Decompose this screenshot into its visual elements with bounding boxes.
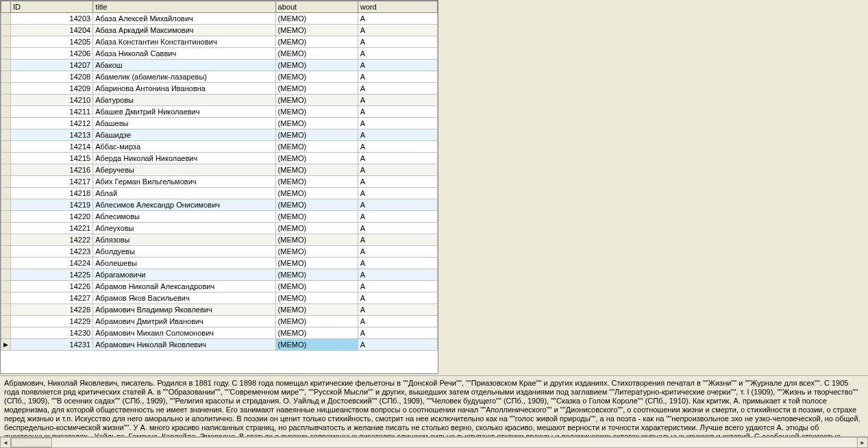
cell-title[interactable]: Абатуровы xyxy=(93,95,275,106)
cell-about[interactable]: (MEMO) xyxy=(275,153,358,164)
cell-about[interactable]: (MEMO) xyxy=(275,164,358,176)
col-header-title[interactable]: title xyxy=(93,1,275,13)
row-indicator[interactable] xyxy=(1,106,11,118)
cell-id[interactable]: 14204 xyxy=(11,25,93,36)
cell-word[interactable]: А xyxy=(358,36,437,48)
detail-hscrollbar[interactable]: ◄ ► xyxy=(0,436,868,448)
cell-about[interactable]: (MEMO) xyxy=(275,316,358,327)
cell-about[interactable]: (MEMO) xyxy=(275,188,358,199)
cell-title[interactable]: Абаза Аркадий Максимович xyxy=(93,25,275,36)
cell-about[interactable]: (MEMO) xyxy=(275,258,358,269)
cell-id[interactable]: 14219 xyxy=(11,199,93,211)
row-indicator[interactable] xyxy=(1,281,11,293)
cell-title[interactable]: Аболешевы xyxy=(93,258,275,269)
cell-about[interactable]: (MEMO) xyxy=(275,36,358,48)
table-row[interactable]: 14203Абаза Алексей Михайлович(MEMO)А xyxy=(1,13,438,25)
cell-id[interactable]: 14221 xyxy=(11,223,93,234)
cell-id[interactable]: 14212 xyxy=(11,118,93,129)
cell-id[interactable]: 14231 xyxy=(11,339,93,351)
cell-id[interactable]: 14229 xyxy=(11,316,93,327)
cell-title[interactable]: Абашев Дмитрий Николаевич xyxy=(93,106,275,118)
cell-title[interactable]: Аберда Николай Николаевич xyxy=(93,153,275,164)
cell-id[interactable]: 14226 xyxy=(11,281,93,293)
cell-word[interactable]: А xyxy=(358,71,437,83)
cell-title[interactable]: Аблай xyxy=(93,188,275,199)
table-row[interactable]: 14221Аблеуховы(MEMO)А xyxy=(1,223,438,234)
row-indicator[interactable] xyxy=(1,211,11,223)
cell-word[interactable]: А xyxy=(358,327,437,339)
cell-word[interactable]: А xyxy=(358,13,437,25)
cell-id[interactable]: 14211 xyxy=(11,106,93,118)
cell-id[interactable]: 14205 xyxy=(11,36,93,48)
cell-title[interactable]: Абрамов Яков Васильевич xyxy=(93,293,275,304)
cell-word[interactable]: А xyxy=(358,316,437,327)
cell-title[interactable]: Абашидзе xyxy=(93,129,275,141)
cell-about[interactable]: (MEMO) xyxy=(275,118,358,129)
cell-id[interactable]: 14216 xyxy=(11,164,93,176)
cell-id[interactable]: 14206 xyxy=(11,48,93,60)
cell-title[interactable]: Аболдуевы xyxy=(93,246,275,258)
row-indicator[interactable] xyxy=(1,327,11,339)
detail-memo-text[interactable]: Абрамович, Николай Яковлевич, писатель. … xyxy=(0,376,868,439)
row-indicator[interactable] xyxy=(1,164,11,176)
table-row[interactable]: 14204Абаза Аркадий Максимович(MEMO)А xyxy=(1,25,438,36)
cell-about[interactable]: (MEMO) xyxy=(275,13,358,25)
table-row[interactable]: 14213Абашидзе(MEMO)А xyxy=(1,129,438,141)
cell-title[interactable]: Аббас-мирза xyxy=(93,141,275,153)
cell-id[interactable]: 14203 xyxy=(11,13,93,25)
cell-id[interactable]: 14209 xyxy=(11,83,93,95)
row-indicator[interactable] xyxy=(1,13,11,25)
cell-about[interactable]: (MEMO) xyxy=(275,141,358,153)
table-row[interactable]: 14227Абрамов Яков Васильевич(MEMO)А xyxy=(1,293,438,304)
cell-id[interactable]: 14207 xyxy=(11,60,93,71)
cell-title[interactable]: Абрамович Николай Яковлевич xyxy=(93,339,275,351)
cell-about[interactable]: (MEMO) xyxy=(275,339,358,351)
table-row[interactable]: 14220Аблесимовы(MEMO)А xyxy=(1,211,438,223)
row-indicator[interactable] xyxy=(1,293,11,304)
cell-about[interactable]: (MEMO) xyxy=(275,304,358,316)
row-indicator[interactable]: ▶ xyxy=(1,339,11,351)
row-indicator[interactable] xyxy=(1,223,11,234)
cell-id[interactable]: 14230 xyxy=(11,327,93,339)
cell-id[interactable]: 14225 xyxy=(11,269,93,281)
row-indicator[interactable] xyxy=(1,95,11,106)
row-indicator[interactable] xyxy=(1,153,11,164)
cell-word[interactable]: А xyxy=(358,118,437,129)
cell-title[interactable]: Абакош xyxy=(93,60,275,71)
cell-word[interactable]: А xyxy=(358,129,437,141)
cell-word[interactable]: А xyxy=(358,234,437,246)
cell-word[interactable]: А xyxy=(358,176,437,188)
cell-about[interactable]: (MEMO) xyxy=(275,327,358,339)
table-row[interactable]: 14212Абашевы(MEMO)А xyxy=(1,118,438,129)
cell-id[interactable]: 14210 xyxy=(11,95,93,106)
cell-about[interactable]: (MEMO) xyxy=(275,199,358,211)
cell-title[interactable]: Абрагамовичи xyxy=(93,269,275,281)
cell-about[interactable]: (MEMO) xyxy=(275,293,358,304)
cell-word[interactable]: А xyxy=(358,141,437,153)
table-row[interactable]: 14210Абатуровы(MEMO)А xyxy=(1,95,438,106)
cell-word[interactable]: А xyxy=(358,83,437,95)
row-indicator[interactable] xyxy=(1,234,11,246)
row-indicator[interactable] xyxy=(1,83,11,95)
data-grid[interactable]: ID title about word 14203Абаза Алексей М… xyxy=(0,0,438,374)
table-row[interactable]: 14219Аблесимов Александр Онисимович(MEMO… xyxy=(1,199,438,211)
cell-id[interactable]: 14222 xyxy=(11,234,93,246)
cell-word[interactable]: А xyxy=(358,48,437,60)
cell-id[interactable]: 14224 xyxy=(11,258,93,269)
table-row[interactable]: 14217Абих Герман Вильгельмович(MEMO)А xyxy=(1,176,438,188)
cell-title[interactable]: Абамелик (абамелик-лазаревы) xyxy=(93,71,275,83)
cell-word[interactable]: А xyxy=(358,164,437,176)
row-indicator[interactable] xyxy=(1,141,11,153)
cell-title[interactable]: Абрамович Владимир Яковлевич xyxy=(93,304,275,316)
cell-id[interactable]: 14228 xyxy=(11,304,93,316)
cell-title[interactable]: Абаринова Антонина Ивановна xyxy=(93,83,275,95)
cell-word[interactable]: А xyxy=(358,281,437,293)
table-row[interactable]: 14222Аблязовы(MEMO)А xyxy=(1,234,438,246)
table-row[interactable]: 14228Абрамович Владимир Яковлевич(MEMO)А xyxy=(1,304,438,316)
row-indicator[interactable] xyxy=(1,36,11,48)
table-row[interactable]: 14205Абаза Константин Константинович(MEM… xyxy=(1,36,438,48)
table-row[interactable]: 14218Аблай(MEMO)А xyxy=(1,188,438,199)
table-row[interactable]: 14208Абамелик (абамелик-лазаревы)(MEMO)А xyxy=(1,71,438,83)
cell-about[interactable]: (MEMO) xyxy=(275,60,358,71)
cell-word[interactable]: А xyxy=(358,223,437,234)
